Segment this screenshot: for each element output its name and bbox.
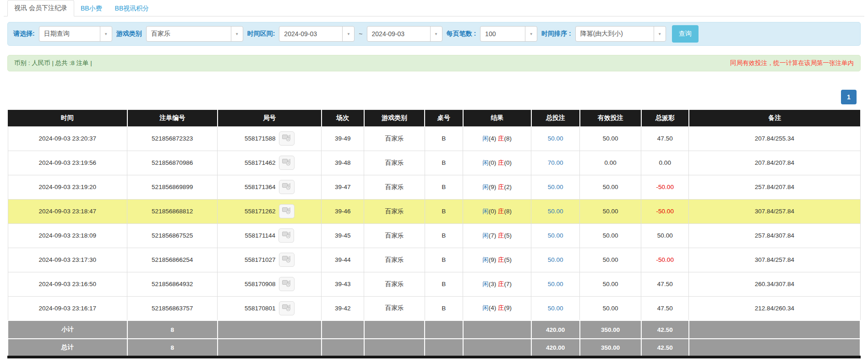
cell-result: 闲(0) 庄(8) — [463, 199, 531, 223]
cell-table-no: B — [425, 175, 463, 199]
result-banker: 庄 — [498, 184, 504, 190]
cell-total-bet-value[interactable]: 50.00 — [548, 135, 563, 142]
cell-payout-value: 47.50 — [657, 305, 673, 312]
cell-game-type-value: 百家乐 — [385, 281, 404, 287]
cell-bet-id: 521856863757 — [127, 296, 218, 320]
cell-remark-value: 260.34/307.84 — [755, 281, 794, 287]
cell-total-bet-value[interactable]: 50.00 — [548, 208, 563, 215]
cell-time: 2024-09-03 23:19:20 — [8, 175, 127, 199]
page-button-1[interactable]: 1 — [841, 90, 857, 104]
video-replay-button[interactable] — [279, 301, 295, 315]
footer-count: 8 — [127, 320, 218, 339]
video-replay-button[interactable] — [279, 277, 295, 291]
result-banker_pts: (8) — [504, 208, 512, 215]
round-id-group: 558171262 — [218, 204, 321, 218]
footer-empty — [689, 339, 860, 357]
table-row: 2024-09-03 23:18:09521856867525558171144… — [8, 223, 860, 248]
cell-round-id: 558171462 — [218, 151, 322, 175]
cell-payout: 50.00 — [641, 223, 689, 248]
cell-session: 39-47 — [322, 175, 364, 199]
result-player: 闲 — [482, 208, 489, 215]
table-header-row: 时间 注单编号 局号 场次 游戏类别 桌号 结果 总投注 有效投注 总派彩 备注 — [8, 110, 860, 126]
cell-total-bet: 70.00 — [531, 151, 580, 175]
table-row: 2024-09-03 23:20:37521856872323558171588… — [8, 126, 860, 151]
cell-result: 闲(0) 庄(0) — [463, 151, 531, 175]
result-player: 闲 — [482, 232, 489, 239]
date-from-select[interactable]: 2024-09-03 ▼ — [279, 26, 355, 42]
cell-result: 闲(3) 庄(7) — [463, 272, 531, 296]
time-sort-select[interactable]: 降冪(由大到小) ▼ — [575, 26, 666, 42]
col-time: 时间 — [8, 110, 127, 126]
result-banker_pts: (7) — [504, 281, 512, 287]
video-replay-button[interactable] — [279, 180, 295, 194]
cell-payout-value: -50.00 — [656, 208, 674, 215]
video-replay-button[interactable] — [279, 204, 295, 218]
tab-bb-video-points[interactable]: BB视讯积分 — [109, 1, 156, 16]
footer-count: 8 — [127, 339, 218, 357]
cell-total-bet-value[interactable]: 50.00 — [548, 232, 563, 239]
bet-records-table-wrap: 时间 注单编号 局号 场次 游戏类别 桌号 结果 总投注 有效投注 总派彩 备注… — [7, 110, 861, 358]
cell-total-bet-value[interactable]: 50.00 — [548, 184, 563, 190]
result-banker_pts: (8) — [504, 135, 512, 142]
table-row: 2024-09-03 23:16:50521856864932558170908… — [8, 272, 860, 296]
cell-total-bet-value[interactable]: 50.00 — [548, 256, 563, 263]
result-player: 闲 — [482, 281, 489, 287]
cell-total-bet-value[interactable]: 50.00 — [548, 305, 563, 312]
result-player_pts: (0) — [489, 208, 497, 215]
tab-bb-tips[interactable]: BB小费 — [74, 1, 109, 16]
cell-session-value: 39-43 — [335, 281, 351, 287]
cell-remark-value: 257.84/307.84 — [755, 232, 794, 239]
cell-valid-bet-value: 50.00 — [603, 232, 618, 239]
cell-session: 39-46 — [322, 199, 364, 223]
cell-valid-bet: 0.00 — [580, 151, 641, 175]
grandtotal-row: 总计8420.00350.0042.50 — [8, 339, 860, 357]
cell-round-id: 558170801 — [218, 296, 322, 320]
cell-table-no-value: B — [442, 159, 446, 166]
game-type-select[interactable]: 百家乐 ▼ — [146, 26, 243, 42]
page-size-select[interactable]: 100 ▼ — [480, 26, 537, 42]
video-replay-button[interactable] — [279, 131, 295, 146]
col-round-id: 局号 — [218, 110, 322, 126]
cell-session: 39-44 — [322, 248, 364, 272]
result-banker: 庄 — [498, 159, 504, 166]
video-replay-button[interactable] — [278, 228, 294, 243]
cell-game-type-value: 百家乐 — [385, 184, 404, 190]
cell-total-bet: 50.00 — [531, 199, 580, 223]
cell-payout-value: 50.00 — [657, 232, 673, 239]
video-replay-button[interactable] — [279, 156, 295, 170]
video-replay-button[interactable] — [279, 253, 295, 267]
tab-bar: 视讯 会员下注纪录 BB小费 BB视讯积分 — [4, 0, 864, 16]
date-from-value: 2024-09-03 — [279, 30, 322, 38]
cell-table-no-value: B — [442, 208, 446, 215]
cell-time: 2024-09-03 23:19:56 — [8, 151, 127, 175]
footer-total-bet: 420.00 — [531, 320, 580, 339]
cell-payout-value: -50.00 — [656, 184, 674, 190]
time-range-label: 时间区间: — [247, 30, 275, 38]
table-footer: 小计8420.00350.0042.50总计8420.00350.0042.50 — [8, 320, 860, 357]
footer-empty — [218, 320, 322, 339]
cell-bet-id-value: 521856866254 — [152, 256, 193, 263]
date-to-select[interactable]: 2024-09-03 ▼ — [367, 26, 442, 42]
cell-total-bet-value[interactable]: 50.00 — [548, 281, 563, 287]
cell-session-value: 39-47 — [335, 184, 351, 190]
table-row: 2024-09-03 23:19:20521856869899558171364… — [8, 175, 860, 199]
result-player_pts: (7) — [489, 232, 497, 239]
footer-empty — [425, 320, 463, 339]
cell-table-no: B — [425, 126, 463, 151]
cell-remark: 212.84/260.34 — [689, 296, 860, 320]
footer-empty — [689, 320, 860, 339]
query-type-select[interactable]: 日期查询 ▼ — [39, 26, 112, 42]
page-size-label: 每页笔数 : — [447, 30, 476, 38]
table-row: 2024-09-03 23:18:47521856868812558171262… — [8, 199, 860, 223]
cell-time-value: 2024-09-03 23:17:30 — [39, 256, 96, 263]
tab-video-bet-records[interactable]: 视讯 会员下注纪录 — [7, 0, 74, 16]
cell-valid-bet-value: 50.00 — [603, 208, 618, 215]
round-id-group: 558171588 — [218, 131, 321, 146]
search-button[interactable]: 查询 — [672, 25, 699, 43]
cell-total-bet-value[interactable]: 70.00 — [548, 159, 563, 166]
col-session: 场次 — [322, 110, 364, 126]
cell-session-value: 39-45 — [335, 232, 351, 239]
chevron-down-icon: ▼ — [430, 27, 442, 41]
cell-bet-id-value: 521856867525 — [152, 232, 193, 239]
round-id-value: 558171462 — [245, 159, 276, 166]
